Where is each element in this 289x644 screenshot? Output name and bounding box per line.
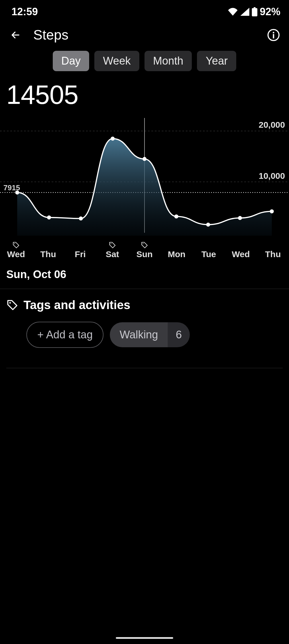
svg-point-12 bbox=[111, 137, 115, 141]
divider bbox=[6, 368, 283, 368]
svg-point-13 bbox=[142, 157, 147, 161]
svg-point-15 bbox=[206, 223, 210, 227]
tag-icon bbox=[109, 241, 116, 249]
tag-icon bbox=[12, 241, 20, 249]
page-title: Steps bbox=[33, 27, 256, 43]
battery-icon bbox=[252, 7, 257, 16]
x-tick-label: Sun bbox=[136, 249, 153, 259]
x-tick-label: Thu bbox=[40, 249, 56, 259]
x-axis: WedThuFriSatSunMonTueWedThu bbox=[0, 241, 289, 261]
y-tick-label: 20,000 bbox=[259, 120, 285, 130]
tag-chip-count: 6 bbox=[168, 322, 190, 347]
svg-point-21 bbox=[9, 302, 11, 304]
x-tick-label: Tue bbox=[201, 249, 216, 259]
x-tick: Thu bbox=[257, 241, 289, 261]
info-icon bbox=[267, 28, 280, 42]
x-tick-label: Wed bbox=[7, 249, 25, 259]
wifi-icon bbox=[228, 8, 238, 16]
svg-point-3 bbox=[273, 32, 274, 33]
x-tick: Tue bbox=[193, 241, 225, 261]
tags-section: Tags and activities + Add a tag Walking … bbox=[0, 289, 289, 357]
x-tick: Fri bbox=[64, 241, 96, 261]
selected-date: Sun, Oct 06 bbox=[0, 261, 289, 289]
x-tick-label: Thu bbox=[265, 249, 281, 259]
tab-year[interactable]: Year bbox=[197, 51, 236, 71]
time-range-tabs: DayWeekMonthYear bbox=[0, 49, 289, 77]
arrow-left-icon bbox=[10, 29, 21, 41]
svg-rect-4 bbox=[273, 34, 274, 38]
tag-icon bbox=[6, 299, 18, 311]
x-tick-label: Mon bbox=[168, 249, 185, 259]
x-tick: Mon bbox=[161, 241, 193, 261]
svg-point-10 bbox=[47, 216, 51, 220]
svg-rect-0 bbox=[254, 7, 255, 8]
x-tick: Wed bbox=[0, 241, 32, 261]
svg-rect-1 bbox=[252, 8, 257, 16]
tag-icon bbox=[141, 241, 148, 249]
status-time: 12:59 bbox=[11, 6, 38, 18]
x-tick-label: Wed bbox=[232, 249, 250, 259]
steps-chart[interactable]: 20,000 10,000 7915 WedThuFriSatSunMonTue… bbox=[0, 115, 289, 261]
status-bar: 12:59 92% bbox=[0, 0, 289, 21]
svg-point-14 bbox=[174, 214, 178, 218]
x-tick: Sat bbox=[96, 241, 128, 261]
cellular-icon bbox=[240, 8, 249, 16]
back-button[interactable] bbox=[9, 28, 22, 42]
y-tick-label: 10,000 bbox=[259, 171, 285, 181]
svg-point-17 bbox=[270, 210, 274, 214]
avg-marker-label: 7915 bbox=[3, 183, 20, 192]
steps-value: 14505 bbox=[0, 77, 289, 112]
section-header: Tags and activities bbox=[6, 298, 283, 312]
svg-point-20 bbox=[143, 243, 144, 244]
x-tick-label: Sat bbox=[106, 249, 119, 259]
tag-chip-label: Walking bbox=[110, 322, 168, 347]
status-right: 92% bbox=[228, 6, 280, 18]
home-indicator[interactable] bbox=[116, 637, 173, 639]
header: Steps bbox=[0, 21, 289, 49]
tab-week[interactable]: Week bbox=[94, 51, 139, 71]
add-tag-button[interactable]: + Add a tag bbox=[26, 322, 104, 348]
tag-chips: + Add a tag Walking 6 bbox=[6, 322, 283, 348]
svg-point-11 bbox=[79, 216, 83, 220]
section-title: Tags and activities bbox=[24, 298, 130, 312]
svg-point-16 bbox=[238, 216, 242, 220]
x-tick: Sun bbox=[128, 241, 161, 261]
tag-chip[interactable]: Walking 6 bbox=[110, 322, 190, 347]
svg-point-19 bbox=[111, 243, 112, 244]
info-button[interactable] bbox=[267, 28, 280, 42]
tab-day[interactable]: Day bbox=[53, 51, 89, 71]
battery-percent: 92% bbox=[260, 6, 280, 18]
tab-month[interactable]: Month bbox=[144, 51, 192, 71]
svg-point-18 bbox=[14, 243, 15, 244]
x-tick: Thu bbox=[32, 241, 64, 261]
x-tick-label: Fri bbox=[75, 249, 86, 259]
x-tick: Wed bbox=[225, 241, 257, 261]
